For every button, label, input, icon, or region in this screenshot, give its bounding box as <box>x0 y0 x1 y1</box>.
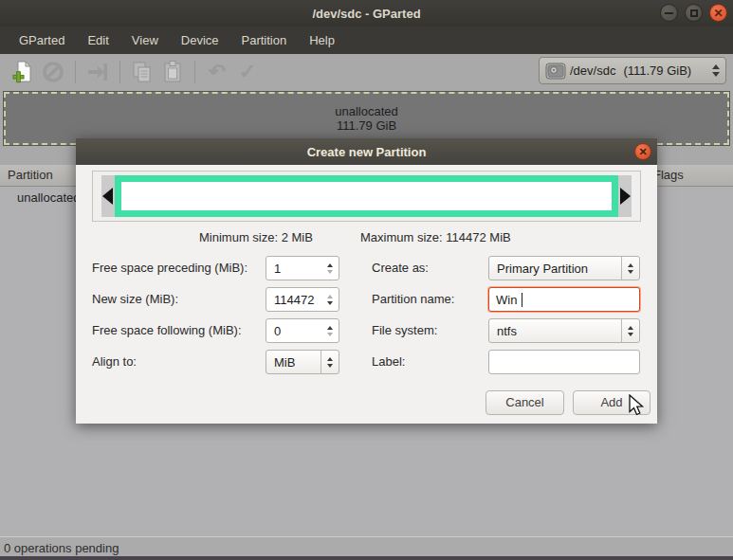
free-space-preceding-value: 1 <box>274 262 281 276</box>
close-icon: ✕ <box>713 8 723 19</box>
mouse-cursor <box>628 394 647 417</box>
new-size-value: 114472 <box>274 293 314 307</box>
create-as-value: Primary Partition <box>497 262 588 276</box>
free-space-following-label: Free space following (MiB): <box>92 318 242 343</box>
file-system-dropdown[interactable]: ntfs <box>488 318 640 343</box>
operations-pending-text: 0 operations pending <box>4 541 119 555</box>
apply-button[interactable]: ✓ <box>232 58 263 86</box>
new-partition-icon <box>10 60 35 84</box>
menubar: GParted Edit View Device Partition Help <box>0 27 733 54</box>
window-titlebar: /dev/sdc - GParted ✕ <box>0 0 733 27</box>
paste-button[interactable] <box>157 58 188 86</box>
device-path: /dev/sdc <box>570 63 615 78</box>
dialog-close-button[interactable]: ✕ <box>634 143 651 160</box>
free-space-following-spinner[interactable]: 0 <box>266 318 339 343</box>
label-input[interactable] <box>489 351 639 373</box>
spinner-arrows[interactable] <box>321 288 339 311</box>
close-button[interactable]: ✕ <box>709 4 727 22</box>
partition-visual-unallocated[interactable]: unallocated 111.79 GiB <box>4 92 729 145</box>
label-field <box>488 350 640 374</box>
maximize-button[interactable] <box>685 4 703 22</box>
partition-name-field <box>488 287 640 312</box>
copy-icon <box>130 60 155 84</box>
new-partition-preview-bar[interactable] <box>115 175 618 217</box>
create-as-dropdown[interactable]: Primary Partition <box>488 256 640 280</box>
dropdown-arrows-icon <box>621 319 639 342</box>
text-caret <box>522 293 522 307</box>
copy-button[interactable] <box>127 58 157 86</box>
menu-view[interactable]: View <box>120 28 170 52</box>
window-title: /dev/sdc - GParted <box>0 7 733 21</box>
partition-size-preview <box>92 171 641 222</box>
partition-visual-label: unallocated <box>335 104 398 118</box>
free-space-following-value: 0 <box>274 324 281 338</box>
window-bottom-edge <box>0 556 733 560</box>
align-to-value: MiB <box>274 355 295 370</box>
delete-partition-button[interactable] <box>38 58 68 86</box>
paste-icon <box>160 60 185 84</box>
new-partition-button[interactable] <box>8 58 38 86</box>
menu-partition[interactable]: Partition <box>230 28 299 52</box>
dialog-close-icon: ✕ <box>638 147 647 157</box>
new-size-label: New size (MiB): <box>92 287 178 312</box>
free-space-preceding-spinner[interactable]: 1 <box>266 256 339 280</box>
create-as-label: Create as: <box>372 256 429 280</box>
partition-name-label: Partition name: <box>372 287 454 312</box>
apply-icon: ✓ <box>239 62 256 82</box>
align-to-label: Align to: <box>92 350 137 374</box>
file-system-label: File system: <box>372 318 437 343</box>
toolbar-separator <box>75 61 76 83</box>
undo-button[interactable]: ↶ <box>202 58 232 86</box>
partition-name-input[interactable] <box>489 288 639 311</box>
spinner-arrows[interactable] <box>321 319 339 342</box>
minimize-icon <box>665 12 673 14</box>
cancel-button[interactable]: Cancel <box>486 390 564 415</box>
maximum-size-text: Maximum size: 114472 MiB <box>360 230 511 244</box>
free-space-preceding-label: Free space preceding (MiB): <box>92 256 247 280</box>
undo-icon: ↶ <box>209 62 226 82</box>
minimum-size-text: Minimum size: 2 MiB <box>199 230 313 244</box>
maximize-icon <box>690 9 698 17</box>
toolbar-separator <box>119 61 120 83</box>
hard-drive-icon <box>545 63 566 80</box>
gparted-window: /dev/sdc - GParted ✕ GParted Edit View D… <box>0 0 733 560</box>
window-controls: ✕ <box>660 4 727 22</box>
menu-help[interactable]: Help <box>298 28 346 52</box>
resize-handle-right-icon[interactable] <box>620 188 631 205</box>
menu-edit[interactable]: Edit <box>76 28 119 52</box>
resize-move-button[interactable] <box>82 58 113 86</box>
device-selector-arrows <box>712 64 720 77</box>
new-size-spinner[interactable]: 114472 <box>266 287 339 312</box>
file-system-value: ntfs <box>497 324 517 338</box>
toolbar-separator <box>194 61 195 83</box>
dropdown-arrows-icon <box>321 351 339 373</box>
dropdown-arrows-icon <box>621 257 639 280</box>
label-label: Label: <box>372 350 405 374</box>
create-partition-dialog: Create new Partition ✕ Minimum size: 2 M… <box>76 138 657 424</box>
minimize-button[interactable] <box>660 4 678 22</box>
dialog-title: Create new Partition <box>307 145 427 159</box>
menu-gparted[interactable]: GParted <box>8 28 76 52</box>
partition-visual-size: 111.79 GiB <box>337 118 396 133</box>
dialog-titlebar: Create new Partition ✕ <box>76 138 657 165</box>
menu-device[interactable]: Device <box>170 28 230 52</box>
column-header-flags: Flags <box>653 168 684 182</box>
table-row-unallocated[interactable]: unallocated <box>17 190 81 205</box>
preview-track <box>101 175 632 217</box>
resize-move-icon <box>85 60 110 84</box>
delete-icon <box>41 60 65 84</box>
spinner-arrows[interactable] <box>321 257 339 280</box>
device-size: (111.79 GiB) <box>623 63 691 78</box>
align-to-dropdown[interactable]: MiB <box>266 350 339 374</box>
device-selector[interactable]: /dev/sdc (111.79 GiB) <box>539 57 726 84</box>
resize-handle-left-icon[interactable] <box>102 188 113 205</box>
column-header-partition: Partition <box>8 168 53 182</box>
